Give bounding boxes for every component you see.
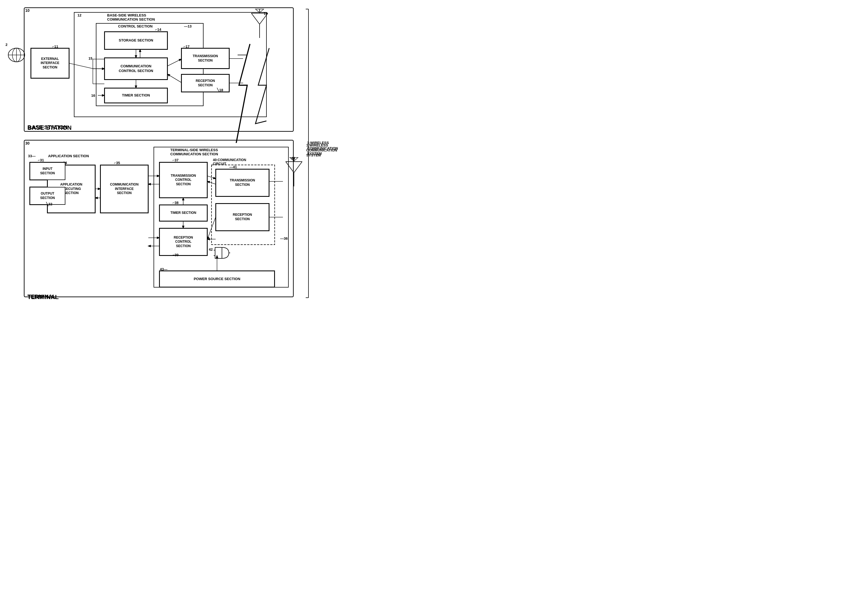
terminal-timer-box: TIMER SECTION bbox=[159, 205, 207, 221]
comm-interface-box: COMMUNICATIONINTERFACESECTION bbox=[100, 165, 148, 213]
transmission-control-box: TRANSMISSIONCONTROLSECTION bbox=[159, 162, 207, 198]
terminal-text: TERMINAL bbox=[27, 294, 59, 301]
ref-42: 42 bbox=[209, 247, 213, 251]
comm-control-box: COMMUNICATIONCONTROL SECTION bbox=[104, 58, 168, 80]
power-source-box: POWER SOURCE SECTION bbox=[159, 271, 275, 287]
terminal-transmission-box: TRANSMISSIONSECTION bbox=[216, 169, 269, 196]
svg-line-16 bbox=[168, 74, 181, 82]
svg-line-42 bbox=[207, 217, 216, 239]
ref-37: ⌐37 bbox=[172, 158, 179, 162]
diagram-container: BASE STATION 10 BASE-SIDE WIRELESSCOMMUN… bbox=[0, 0, 434, 308]
ref-32: ╲32 bbox=[46, 202, 52, 206]
control-section-label: CONTROL SECTION bbox=[118, 24, 152, 28]
comm-circuit-label: 40:COMMUNICATIONCIRCUIT bbox=[213, 158, 246, 166]
app-section-label: APPLICATION SECTION bbox=[48, 154, 89, 158]
ref-18: ╲18 bbox=[217, 88, 223, 92]
ref-33: 33— bbox=[28, 154, 35, 158]
input-section-box: INPUTSECTION bbox=[30, 162, 65, 180]
ref-38: ⌐38 bbox=[172, 201, 179, 205]
svg-line-71 bbox=[286, 162, 294, 173]
svg-line-40 bbox=[207, 176, 216, 179]
svg-line-13 bbox=[69, 63, 93, 69]
ref-2: 2 bbox=[5, 42, 8, 47]
lightning-bolt bbox=[233, 41, 261, 146]
svg-line-41 bbox=[207, 181, 216, 184]
and-gate-symbol bbox=[214, 246, 230, 260]
ref-44: 44 bbox=[291, 156, 295, 160]
svg-line-57 bbox=[251, 13, 260, 24]
ref-10: 10 bbox=[25, 8, 30, 13]
ref-14: ⌐14 bbox=[155, 27, 161, 31]
ref-41: —41 bbox=[229, 165, 237, 169]
ref-17: ⌐17 bbox=[183, 44, 190, 49]
svg-rect-66 bbox=[215, 247, 222, 258]
reception-control-box: RECEPTIONCONTROLSECTION bbox=[159, 228, 207, 256]
external-interface-box: EXTERNALINTERFACESECTION bbox=[31, 48, 69, 79]
base-wireless-label: BASE-SIDE WIRELESSCOMMUNICATION SECTION bbox=[107, 13, 155, 22]
terminal-wireless-label: TERMINAL-SIDE WIRELESSCOMMUNICATION SECT… bbox=[170, 148, 218, 156]
ref-31: ⌐31 bbox=[38, 158, 44, 162]
ref-35: ⌐35 bbox=[114, 161, 120, 165]
ref-13: —13 bbox=[184, 24, 191, 28]
ref-36: —36 bbox=[280, 236, 288, 240]
ref-16: 16 bbox=[91, 93, 95, 97]
terminal-reception-box: RECEPTIONSECTION bbox=[216, 203, 269, 231]
storage-section-box: STORAGE SECTION bbox=[104, 31, 168, 49]
base-station-text: BASE STATION bbox=[27, 124, 72, 131]
ref-19: 19 bbox=[264, 11, 268, 16]
ref-11: ⌐11 bbox=[52, 44, 58, 49]
ref-15: 15 bbox=[88, 57, 92, 60]
svg-line-72 bbox=[294, 162, 302, 173]
ref-30: 30 bbox=[25, 141, 30, 145]
svg-line-15 bbox=[168, 59, 181, 66]
ref-43: 43— bbox=[160, 267, 167, 271]
ref-39: ⌐39 bbox=[172, 253, 179, 257]
wireless-system-text: 1:WIRELESSCOMMUNICATIONSYSTEM bbox=[307, 140, 351, 156]
ref-12: 12 bbox=[77, 13, 81, 17]
terminal-antenna-svg bbox=[283, 156, 305, 189]
base-timer-box: TIMER SECTION bbox=[104, 88, 168, 103]
network-symbol bbox=[5, 46, 27, 64]
base-transmission-box: TRANSMISSIONSECTION bbox=[181, 48, 229, 69]
